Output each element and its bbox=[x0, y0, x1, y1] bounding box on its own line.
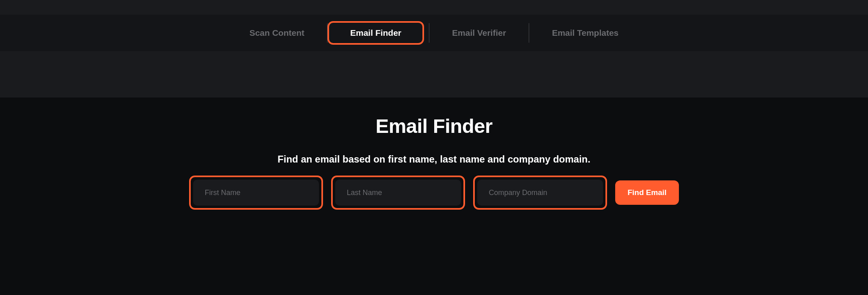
tab-email-verifier[interactable]: Email Verifier bbox=[429, 21, 529, 45]
last-name-input[interactable] bbox=[335, 180, 461, 206]
page-title: Email Finder bbox=[0, 115, 868, 137]
find-email-button[interactable]: Find Email bbox=[615, 180, 678, 205]
main-content: Email Finder Find an email based on firs… bbox=[0, 98, 868, 210]
tab-email-templates[interactable]: Email Templates bbox=[529, 21, 641, 45]
finder-form: Find Email bbox=[0, 176, 868, 210]
first-name-wrap bbox=[189, 176, 323, 210]
top-spacer bbox=[0, 0, 868, 15]
tab-email-finder[interactable]: Email Finder bbox=[327, 21, 424, 45]
page-subheading: Find an email based on first name, last … bbox=[0, 154, 868, 165]
company-domain-wrap bbox=[473, 176, 607, 210]
mid-spacer bbox=[0, 51, 868, 98]
tab-scan-content[interactable]: Scan Content bbox=[227, 21, 327, 45]
company-domain-input[interactable] bbox=[477, 180, 603, 206]
last-name-wrap bbox=[331, 176, 465, 210]
tabs-bar: Scan Content Email Finder Email Verifier… bbox=[0, 15, 868, 51]
first-name-input[interactable] bbox=[193, 180, 319, 206]
tabs-container: Scan Content Email Finder Email Verifier… bbox=[227, 21, 642, 45]
